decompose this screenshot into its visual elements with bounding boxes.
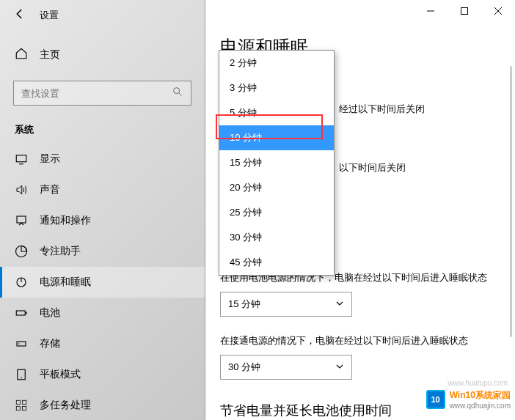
sound-icon [15,183,28,196]
sidebar-item-label: 平板模式 [40,368,81,381]
sidebar-item-display[interactable]: 显示 [0,144,205,174]
sidebar-item-label: 声音 [40,183,60,196]
power-icon [15,276,28,289]
watermark-url-2: www.huatupu.com [448,379,508,387]
watermark-url: www.qdhuajin.com [450,402,511,410]
svg-rect-21 [23,407,26,410]
sidebar-item-label: 多任务处理 [40,399,91,412]
watermark-brand: Win10系统家园 [450,390,511,400]
section-label: 系统 [0,116,205,144]
sidebar-item-storage[interactable]: 存储 [0,328,205,359]
tablet-icon [15,368,28,381]
dropdown-option[interactable]: 20 分钟 [219,175,334,200]
svg-rect-14 [17,342,26,346]
svg-rect-8 [17,216,26,223]
search-input[interactable] [13,81,191,106]
dropdown-option[interactable]: 3 分钟 [219,75,334,100]
screen-off-battery-partial: 经过以下时间后关闭 [339,103,425,116]
scrollbar[interactable] [510,66,512,337]
svg-rect-13 [26,312,27,314]
sidebar-item-label: 通知和操作 [40,214,91,227]
svg-line-5 [179,93,181,95]
search-icon [172,86,183,100]
sidebar-item-tablet[interactable]: 平板模式 [0,359,205,390]
sidebar-item-label: 专注助手 [40,245,81,258]
sidebar-item-focus[interactable]: 专注助手 [0,236,205,267]
svg-point-15 [18,343,20,345]
sleep-plugged-label: 在接通电源的情况下，电脑在经过以下时间后进入睡眠状态 [220,334,500,347]
dropdown-option[interactable]: 15 分钟 [219,150,334,175]
home-icon [15,47,28,63]
svg-rect-12 [16,311,25,315]
svg-point-4 [174,88,180,94]
sidebar: 设置 主页 系统 显示 声音 通知和操作 专注助手 电源和睡眠 电池 存储 [0,0,205,420]
home-label: 主页 [40,48,60,62]
sidebar-item-label: 显示 [40,152,60,166]
dropdown-option[interactable]: 30 分钟 [219,225,334,250]
svg-rect-6 [16,155,26,162]
multitask-icon [15,399,28,412]
notifications-icon [15,214,28,227]
screen-off-plugged-partial: 以下时间后关闭 [339,161,406,174]
app-title: 设置 [40,9,59,22]
svg-rect-19 [23,400,26,404]
time-dropdown: 2 分钟3 分钟5 分钟10 分钟15 分钟20 分钟25 分钟30 分钟45 … [219,50,335,276]
chevron-down-icon [335,299,344,310]
sidebar-item-sound[interactable]: 声音 [0,174,205,205]
svg-rect-18 [16,400,20,404]
search-field[interactable] [21,88,172,99]
select-value: 15 分钟 [228,298,260,311]
sidebar-item-notifications[interactable]: 通知和操作 [0,205,205,236]
focus-icon [15,245,28,258]
svg-rect-20 [16,407,20,410]
home-button[interactable]: 主页 [0,40,205,70]
sleep-plugged-select[interactable]: 30 分钟 [220,355,352,380]
select-value: 30 分钟 [228,361,260,374]
sidebar-item-battery[interactable]: 电池 [0,298,205,328]
back-button[interactable] [13,7,26,23]
dropdown-option[interactable]: 45 分钟 [219,250,334,275]
chevron-down-icon [335,362,344,373]
sleep-battery-select[interactable]: 15 分钟 [220,292,352,317]
display-icon [15,152,28,166]
storage-icon [15,337,28,350]
sidebar-item-label: 存储 [40,337,60,350]
watermark-logo: 10 [426,390,445,409]
dropdown-option[interactable]: 25 分钟 [219,200,334,225]
sidebar-item-label: 电源和睡眠 [40,276,91,289]
sidebar-item-label: 电池 [40,306,60,320]
svg-point-17 [21,377,22,379]
dropdown-option[interactable]: 5 分钟 [219,100,334,125]
watermark: 10 Win10系统家园 www.qdhuajin.com [426,389,511,410]
battery-icon [15,306,28,320]
sidebar-item-multitask[interactable]: 多任务处理 [0,390,205,420]
sidebar-item-power[interactable]: 电源和睡眠 [0,267,205,298]
dropdown-option[interactable]: 10 分钟 [219,125,334,150]
dropdown-option[interactable]: 2 分钟 [219,51,334,75]
